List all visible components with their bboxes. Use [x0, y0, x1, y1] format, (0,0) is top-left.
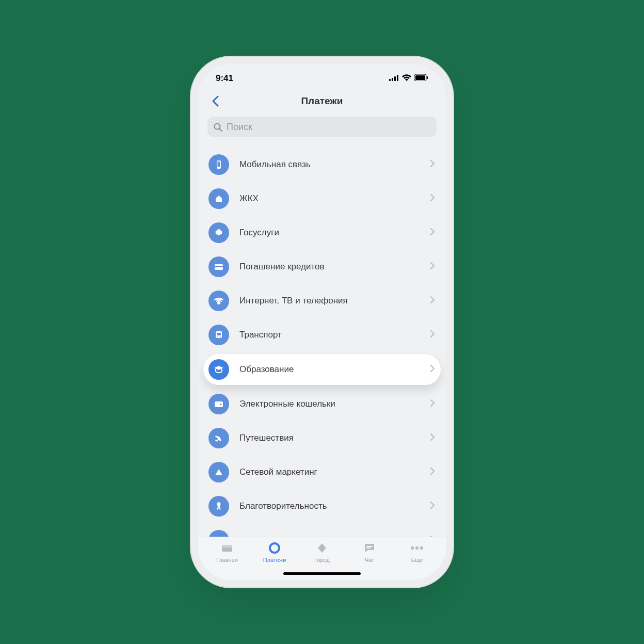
category-label: Благотворительность	[239, 501, 420, 511]
home-tab-icon	[220, 541, 234, 555]
chevron-right-icon	[430, 433, 434, 443]
search-wrap	[198, 114, 446, 142]
category-label: Мобильная связь	[239, 159, 420, 170]
city-tab-icon	[315, 541, 329, 555]
tab-label: Город	[314, 557, 330, 563]
chevron-left-icon	[212, 95, 219, 107]
payments-tab-icon	[268, 541, 281, 555]
category-label: ЖКХ	[239, 194, 420, 204]
chevron-right-icon	[430, 296, 434, 305]
tab-label: Еще	[411, 557, 423, 563]
category-charity[interactable]: Благотворительность	[198, 489, 446, 523]
svg-point-15	[217, 336, 218, 337]
svg-point-21	[270, 543, 279, 553]
category-label: Погашение кредитов	[239, 262, 420, 272]
graduation-icon	[208, 359, 229, 380]
category-loans[interactable]: Погашение кредитов	[198, 250, 446, 284]
ribbon-icon	[208, 496, 229, 517]
svg-rect-10	[218, 162, 220, 167]
chat-heart-icon	[208, 530, 229, 537]
svg-rect-6	[427, 76, 428, 79]
category-travel[interactable]: Путешествия	[198, 421, 446, 455]
svg-point-18	[220, 404, 222, 405]
svg-rect-24	[411, 546, 414, 550]
plane-icon	[208, 428, 229, 448]
tab-label: Платежи	[263, 557, 286, 563]
category-label: Сетевой маркетинг	[239, 467, 420, 477]
svg-rect-3	[397, 75, 398, 81]
chevron-right-icon	[430, 262, 434, 271]
search-icon	[214, 123, 222, 132]
chat-tab-icon	[363, 541, 376, 555]
svg-rect-5	[415, 75, 425, 80]
phone-frame: 9:41 Платежи	[198, 64, 446, 580]
tab-label: Главная	[216, 557, 238, 563]
chevron-right-icon	[430, 330, 434, 340]
chevron-right-icon	[430, 160, 434, 169]
wifi-category-icon	[208, 291, 229, 311]
chevron-right-icon	[430, 399, 434, 409]
more-tab-icon	[410, 541, 424, 555]
chevron-right-icon	[430, 228, 434, 237]
category-utilities[interactable]: ЖКХ	[198, 182, 446, 216]
chevron-right-icon	[430, 194, 434, 203]
svg-rect-22	[366, 546, 373, 547]
battery-icon	[414, 73, 428, 84]
back-button[interactable]	[207, 93, 223, 109]
category-label: Транспорт	[239, 330, 420, 340]
phone-icon	[208, 154, 229, 175]
svg-rect-17	[215, 401, 223, 407]
svg-rect-0	[389, 79, 391, 81]
category-label: Электронные кошельки	[239, 399, 420, 409]
wallet-icon	[208, 394, 229, 414]
svg-rect-1	[392, 78, 393, 81]
status-bar: 9:41	[198, 64, 446, 89]
page-title: Платежи	[198, 95, 446, 107]
svg-rect-23	[366, 548, 371, 549]
tab-home[interactable]: Главная	[203, 541, 251, 580]
category-education[interactable]: Образование	[203, 354, 441, 385]
category-mobile[interactable]: Мобильная связь	[198, 148, 446, 182]
house-icon	[208, 188, 229, 209]
category-social[interactable]: Социальные сети	[198, 523, 446, 537]
emblem-icon	[208, 222, 229, 243]
svg-rect-20	[222, 545, 232, 548]
svg-rect-14	[217, 333, 221, 335]
card-icon	[208, 256, 229, 277]
home-indicator[interactable]	[283, 572, 361, 575]
tab-more[interactable]: Еще	[393, 541, 441, 580]
category-ewallets[interactable]: Электронные кошельки	[198, 387, 446, 421]
chevron-right-icon	[430, 468, 434, 477]
triangle-icon	[208, 462, 229, 482]
chevron-right-icon	[430, 502, 434, 511]
category-transport[interactable]: Транспорт	[198, 318, 446, 352]
svg-rect-25	[415, 546, 418, 550]
bus-icon	[208, 325, 229, 345]
signal-icon	[389, 73, 399, 84]
category-label: Путешествия	[239, 433, 420, 443]
category-label: Образование	[239, 364, 420, 375]
category-list: Мобильная связь ЖКХ Госуслуги Погашение …	[198, 142, 446, 537]
search-input[interactable]	[227, 122, 430, 133]
status-icons	[389, 73, 428, 84]
svg-rect-2	[394, 76, 396, 81]
category-label: Интернет, ТВ и телефония	[239, 296, 420, 306]
chevron-right-icon	[430, 365, 434, 374]
svg-rect-26	[420, 546, 423, 550]
search-field[interactable]	[207, 117, 437, 137]
wifi-icon	[402, 73, 411, 84]
status-time: 9:41	[216, 73, 233, 84]
svg-rect-12	[215, 266, 223, 267]
category-mlm[interactable]: Сетевой маркетинг	[198, 455, 446, 489]
category-label: Госуслуги	[239, 228, 420, 238]
category-internet[interactable]: Интернет, ТВ и телефония	[198, 284, 446, 318]
svg-line-8	[220, 128, 222, 131]
svg-point-16	[220, 336, 221, 337]
nav-header: Платежи	[198, 89, 446, 114]
category-gov[interactable]: Госуслуги	[198, 216, 446, 250]
tab-label: Чат	[365, 557, 374, 563]
